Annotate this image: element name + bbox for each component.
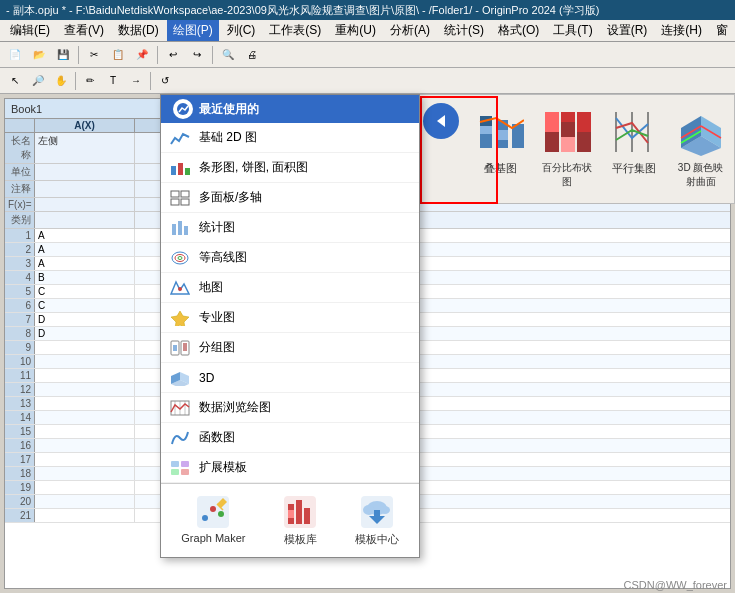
meta-val-note[interactable] <box>35 181 135 197</box>
menu-edit[interactable]: 编辑(E) <box>4 20 56 41</box>
graph-menu-header: 最近使用的 <box>161 95 419 123</box>
menu-view[interactable]: 查看(V) <box>58 20 110 41</box>
extend-label: 扩展模板 <box>199 459 247 476</box>
sep-2 <box>157 46 158 64</box>
meta-val-unit[interactable] <box>35 164 135 180</box>
tb2-pointer[interactable]: ↖ <box>4 70 26 92</box>
menu-item-basic2d[interactable]: 基础 2D 图 <box>161 123 419 153</box>
menu-item-contour[interactable]: 等高线图 <box>161 243 419 273</box>
menu-graph[interactable]: 绘图(P) <box>167 20 219 41</box>
menu-tools[interactable]: 工具(T) <box>547 20 598 41</box>
map-label: 地图 <box>199 279 223 296</box>
main-area: Book1 A(X) 长名称 左侧 单位 注释 F(x)= <box>0 94 735 593</box>
map-icon <box>169 277 191 299</box>
svg-rect-25 <box>171 166 176 175</box>
meta-label-longname: 长名称 <box>5 133 35 163</box>
tb-redo[interactable]: ↪ <box>186 44 208 66</box>
tb-zoom[interactable]: 🔍 <box>217 44 239 66</box>
svg-rect-29 <box>181 191 189 197</box>
tb2-zoom-in[interactable]: 🔎 <box>27 70 49 92</box>
menu-item-map[interactable]: 地图 <box>161 273 419 303</box>
svg-point-59 <box>218 511 224 517</box>
bar-pie-label: 条形图, 饼图, 面积图 <box>199 159 308 176</box>
footer-template-lib[interactable]: 模板库 <box>274 490 326 551</box>
meta-val-fx[interactable] <box>35 198 135 211</box>
svg-rect-27 <box>185 168 190 175</box>
menu-item-stat[interactable]: 统计图 <box>161 213 419 243</box>
tb-save[interactable]: 💾 <box>52 44 74 66</box>
title-text: - 副本.opju * - F:\BaiduNetdiskWorkspace\a… <box>6 3 599 18</box>
contour-label: 等高线图 <box>199 249 247 266</box>
menu-col[interactable]: 列(C) <box>221 20 262 41</box>
tb-cut[interactable]: ✂ <box>83 44 105 66</box>
graph-menu-header-label: 最近使用的 <box>199 101 259 118</box>
svg-rect-53 <box>181 461 189 467</box>
menu-item-bar-pie[interactable]: 条形图, 饼图, 面积图 <box>161 153 419 183</box>
graph-menu[interactable]: 最近使用的 基础 2D 图 条形图, 饼图, 面积图 <box>160 94 420 558</box>
menu-data[interactable]: 数据(D) <box>112 20 165 41</box>
svg-point-58 <box>210 506 216 512</box>
bar-pie-icon <box>169 157 191 179</box>
basic2d-label: 基础 2D 图 <box>199 129 257 146</box>
svg-rect-44 <box>183 343 187 351</box>
svg-rect-52 <box>171 461 179 467</box>
template-lib-icon <box>282 494 318 530</box>
svg-point-69 <box>380 506 390 514</box>
template-center-label: 模板中心 <box>355 532 399 547</box>
graph-menu-footer: Graph Maker 模板库 <box>161 483 419 557</box>
menu-format[interactable]: 格式(O) <box>492 20 545 41</box>
pro-label: 专业图 <box>199 309 235 326</box>
menu-worksheet[interactable]: 工作表(S) <box>263 20 327 41</box>
sep-5 <box>150 72 151 90</box>
tb-open[interactable]: 📂 <box>28 44 50 66</box>
menu-item-extend[interactable]: 扩展模板 <box>161 453 419 483</box>
meta-val-category[interactable] <box>35 212 135 228</box>
tb2-arrow[interactable]: → <box>125 70 147 92</box>
menu-analysis[interactable]: 分析(A) <box>384 20 436 41</box>
sep-3 <box>212 46 213 64</box>
svg-rect-26 <box>178 163 183 175</box>
menu-item-databrowse[interactable]: 数据浏览绘图 <box>161 393 419 423</box>
menu-item-multipanel[interactable]: 多面板/多轴 <box>161 183 419 213</box>
stat-label: 统计图 <box>199 219 235 236</box>
tb-copy[interactable]: 📋 <box>107 44 129 66</box>
svg-rect-64 <box>304 508 310 524</box>
tb2-text[interactable]: T <box>102 70 124 92</box>
template-center-icon <box>359 494 395 530</box>
group-icon <box>169 337 191 359</box>
tb-new[interactable]: 📄 <box>4 44 26 66</box>
sep-4 <box>75 72 76 90</box>
tb-print[interactable]: 🖨 <box>241 44 263 66</box>
footer-graph-maker[interactable]: Graph Maker <box>173 490 253 551</box>
graph-maker-icon <box>195 494 231 530</box>
tb2-annotate[interactable]: ✏ <box>79 70 101 92</box>
tb-paste[interactable]: 📌 <box>131 44 153 66</box>
group-label: 分组图 <box>199 339 235 356</box>
multipanel-icon <box>169 187 191 209</box>
col-a-header[interactable]: A(X) <box>35 119 135 132</box>
watermark: CSDN@WW_forever <box>624 579 727 591</box>
svg-rect-31 <box>181 199 189 205</box>
meta-label-fx: F(x)= <box>5 198 35 211</box>
menu-bar: 编辑(E) 查看(V) 数据(D) 绘图(P) 列(C) 工作表(S) 重构(U… <box>0 20 735 42</box>
function-label: 函数图 <box>199 429 235 446</box>
meta-label-note: 注释 <box>5 181 35 197</box>
svg-rect-54 <box>171 469 179 475</box>
menu-connect[interactable]: 连接(H) <box>655 20 708 41</box>
menu-item-group[interactable]: 分组图 <box>161 333 419 363</box>
tb2-rotate[interactable]: ↺ <box>154 70 176 92</box>
function-icon <box>169 427 191 449</box>
tb-undo[interactable]: ↩ <box>162 44 184 66</box>
menu-window[interactable]: 窗 <box>710 20 734 41</box>
menu-settings[interactable]: 设置(R) <box>601 20 654 41</box>
menu-item-function[interactable]: 函数图 <box>161 423 419 453</box>
svg-rect-32 <box>172 224 176 235</box>
menu-item-pro[interactable]: 专业图 <box>161 303 419 333</box>
footer-template-center[interactable]: 模板中心 <box>347 490 407 551</box>
menu-item-3d[interactable]: 3D <box>161 363 419 393</box>
tb2-pan[interactable]: ✋ <box>50 70 72 92</box>
3d-icon <box>169 367 191 389</box>
menu-stats[interactable]: 统计(S) <box>438 20 490 41</box>
meta-val-longname[interactable]: 左侧 <box>35 133 135 163</box>
menu-refactor[interactable]: 重构(U) <box>329 20 382 41</box>
